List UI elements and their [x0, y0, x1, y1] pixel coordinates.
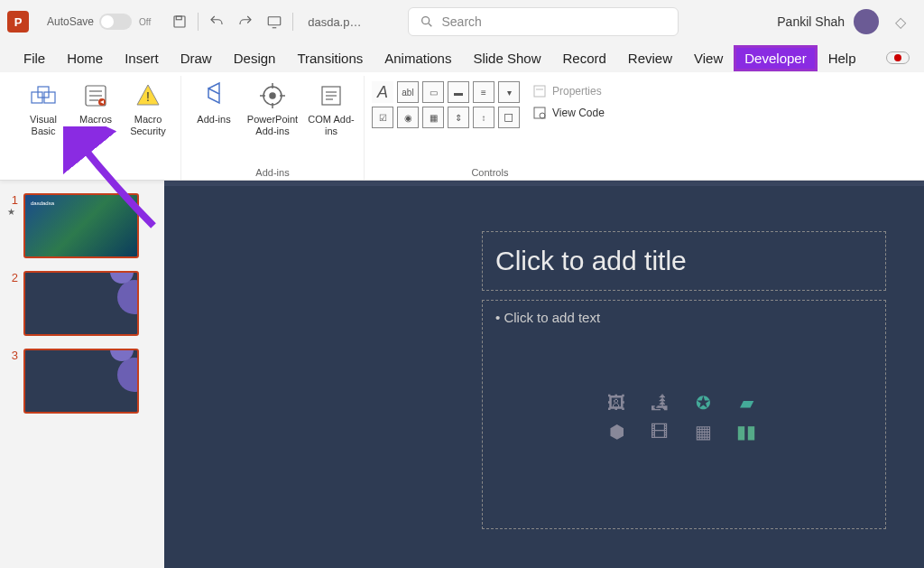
macro-security-label: Macro Security [123, 114, 173, 137]
control-combobox-icon[interactable]: ▾ [498, 81, 520, 103]
tab-animations[interactable]: Animations [375, 47, 460, 70]
insert-3dmodel-icon[interactable]: ⬢ [603, 421, 630, 442]
group-label-controls: Controls [471, 167, 508, 180]
tab-review[interactable]: Review [619, 47, 681, 70]
svg-point-26 [540, 113, 545, 118]
tab-design[interactable]: Design [225, 47, 285, 70]
undo-icon[interactable] [206, 11, 227, 33]
macros-button[interactable]: Macros [70, 76, 121, 167]
tab-insert[interactable]: Insert [116, 47, 168, 70]
search-placeholder: Search [441, 14, 481, 29]
svg-point-3 [422, 17, 430, 24]
control-textbox-icon[interactable]: abl [397, 81, 419, 103]
tab-developer[interactable]: Developer [735, 47, 815, 70]
ribbon-group-controls: A abl ▭ ▬ ≡ ▾ ☑ ◉ ▦ ⇕ ↕ 🞎 Properties [365, 76, 615, 180]
com-addins-label: COM Add-ins [306, 114, 356, 137]
autosave-label: AutoSave [47, 15, 94, 28]
svg-text:!: ! [146, 89, 150, 104]
slide-thumbnails-panel: 1 ★ dasdadsa 2 3 [0, 181, 164, 568]
control-option-icon[interactable]: ◉ [397, 107, 419, 128]
avatar [854, 9, 879, 34]
properties-icon [532, 84, 547, 98]
search-input[interactable]: Search [408, 7, 679, 36]
addins-label: Add-ins [197, 114, 230, 126]
view-code-label: View Code [552, 107, 605, 119]
user-account[interactable]: Pankil Shah ◇ [777, 9, 917, 34]
control-scrollbar-icon[interactable]: ↕ [473, 107, 494, 128]
slide-canvas[interactable]: Click to add title • Click to add text 🖼… [164, 181, 924, 568]
redo-icon[interactable] [235, 11, 256, 33]
macro-security-button[interactable]: ! Macro Security [123, 76, 173, 167]
view-code-icon [532, 106, 547, 120]
tab-view[interactable]: View [685, 47, 732, 70]
title-bar: P AutoSave Off dasda.p… Search Pankil Sh… [0, 0, 924, 43]
ribbon-group-code: Visual Basic Macros ! Macro Security Cod… [11, 76, 181, 180]
tab-transitions[interactable]: Transitions [288, 47, 372, 70]
ribbon-tabs: File Home Insert Draw Design Transitions… [0, 43, 924, 72]
insert-pictures-icon[interactable]: 🏞 [646, 392, 673, 414]
slide-thumbnail-2[interactable] [23, 271, 139, 336]
control-label-icon[interactable]: A [372, 81, 393, 103]
thumbnail-row[interactable]: 3 [7, 349, 157, 414]
title-placeholder-text: Click to add title [495, 246, 687, 276]
ribbon: Visual Basic Macros ! Macro Security Cod… [0, 72, 924, 181]
autosave-toggle[interactable] [99, 14, 132, 30]
tab-slideshow[interactable]: Slide Show [464, 47, 550, 70]
control-checkbox-icon[interactable]: ☑ [372, 107, 393, 128]
slide: Click to add title • Click to add text 🖼… [164, 186, 924, 568]
insert-video-icon[interactable]: 🎞 [646, 421, 673, 442]
com-addins-icon [317, 81, 346, 110]
diamond-icon[interactable]: ◇ [895, 14, 906, 31]
tab-file[interactable]: File [14, 47, 54, 70]
thumb-number: 2 [7, 271, 18, 284]
control-togglebutton-icon[interactable]: ▦ [422, 107, 444, 128]
addins-icon [199, 81, 228, 110]
properties-button: Properties [529, 81, 608, 101]
content-placeholder[interactable]: • Click to add text 🖼 🏞 ✪ ▰ ⬢ 🎞 ▦ ▮▮ [482, 300, 886, 529]
thumbnail-row[interactable]: 2 [7, 271, 157, 336]
save-icon[interactable] [169, 11, 190, 33]
tab-home[interactable]: Home [58, 47, 112, 70]
powerpoint-app-icon: P [7, 11, 29, 33]
control-button-icon[interactable]: ▬ [448, 81, 469, 103]
svg-rect-1 [176, 16, 181, 20]
insert-smartart-icon[interactable]: ▰ [733, 392, 760, 414]
view-code-button[interactable]: View Code [529, 103, 608, 123]
visual-basic-button[interactable]: Visual Basic [18, 76, 69, 167]
tab-record[interactable]: Record [553, 47, 614, 70]
search-icon [420, 14, 434, 29]
thumbnail-row[interactable]: 1 ★ dasdadsa [7, 193, 157, 258]
ribbon-group-addins: Add-ins PowerPoint Add-ins COM Add-ins A… [181, 76, 365, 180]
properties-label: Properties [552, 85, 602, 98]
animation-star-icon: ★ [7, 207, 18, 217]
addins-button[interactable]: Add-ins [189, 76, 239, 167]
insert-chart-icon[interactable]: ▮▮ [733, 421, 760, 442]
macro-security-icon: ! [134, 81, 162, 110]
insert-stock-images-icon[interactable]: 🖼 [603, 392, 630, 414]
powerpoint-addins-label: PowerPoint Add-ins [241, 114, 304, 137]
control-image-icon[interactable]: 🞎 [498, 107, 520, 128]
powerpoint-addins-button[interactable]: PowerPoint Add-ins [241, 76, 304, 167]
control-spinbutton-icon[interactable]: ⇕ [448, 107, 469, 128]
main-area: 1 ★ dasdadsa 2 3 [0, 181, 924, 568]
title-placeholder[interactable]: Click to add title [482, 231, 886, 291]
content-placeholder-text: • Click to add text [495, 310, 873, 325]
thumb-number: 1 [7, 193, 18, 207]
visual-basic-icon [29, 81, 58, 110]
autosave-control[interactable]: AutoSave Off [47, 14, 151, 30]
insert-icons-icon[interactable]: ✪ [689, 392, 716, 414]
present-icon[interactable] [263, 11, 285, 33]
camera-record-button[interactable] [886, 51, 910, 64]
tab-help[interactable]: Help [819, 47, 865, 70]
slide-thumbnail-1[interactable]: dasdadsa [23, 193, 139, 258]
control-groupbox-icon[interactable]: ▭ [422, 81, 444, 103]
slide-thumbnail-3[interactable] [23, 349, 139, 414]
macros-label: Macros [79, 114, 112, 126]
com-addins-button[interactable]: COM Add-ins [306, 76, 356, 167]
control-listbox-icon[interactable]: ≡ [473, 81, 494, 103]
tab-draw[interactable]: Draw [171, 47, 221, 70]
insert-table-icon[interactable]: ▦ [689, 421, 716, 442]
autosave-state: Off [139, 17, 151, 27]
filename-label[interactable]: dasda.p… [308, 15, 361, 29]
content-insert-icons: 🖼 🏞 ✪ ▰ ⬢ 🎞 ▦ ▮▮ [603, 392, 765, 442]
